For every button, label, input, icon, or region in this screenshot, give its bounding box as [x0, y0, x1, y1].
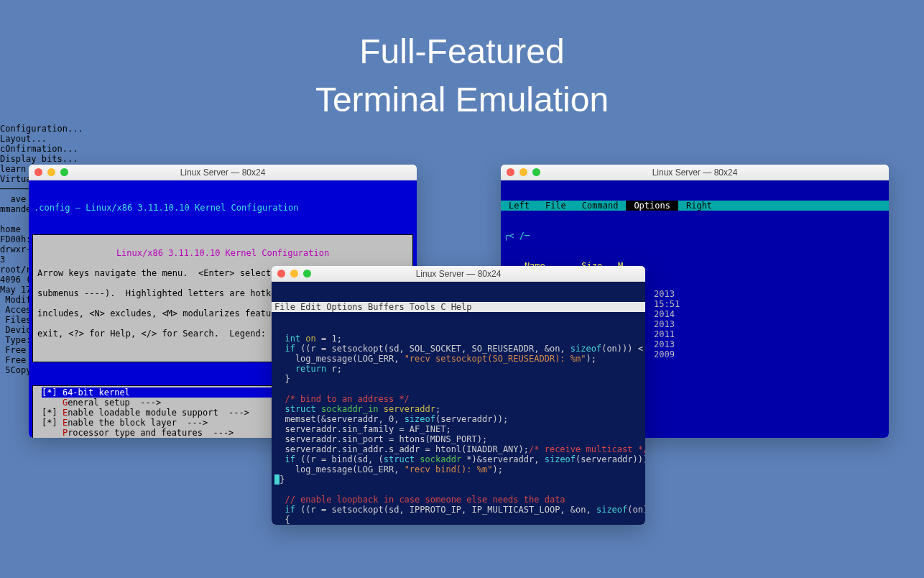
menu-right[interactable]: Right: [678, 201, 720, 211]
dropdown-item[interactable]: Display bits...: [0, 154, 924, 164]
code-line: serveraddr.sin_addr.s_addr = htonl(INADD…: [274, 444, 642, 454]
dropdown-item[interactable]: cOnfirmation...: [0, 144, 924, 154]
titlebar[interactable]: Linux Server — 80x24: [29, 165, 417, 180]
year-cell: 2011: [654, 329, 680, 339]
menu-command[interactable]: Command: [574, 201, 627, 211]
config-path: .config – Linux/x86 3.11.10.10 Kernel Co…: [31, 203, 415, 213]
code-line: memset(&serveraddr, 0, sizeof(serveraddr…: [274, 414, 642, 424]
titlebar[interactable]: Linux Server — 80x24: [272, 266, 645, 282]
zoom-icon[interactable]: [60, 168, 68, 176]
menu-left[interactable]: Left: [501, 201, 537, 211]
headline-line2: Terminal Emulation: [0, 75, 924, 124]
terminal-body[interactable]: File Edit Options Buffers Tools C Help i…: [272, 282, 645, 525]
year-cell: 2009: [654, 349, 680, 359]
code-line: serveraddr.sin_port = htons(MDNS_PORT);: [274, 434, 642, 444]
code-line: [274, 384, 642, 394]
year-cell: 2013: [654, 339, 680, 349]
window-title: Linux Server — 80x24: [416, 269, 502, 279]
code-line: }: [274, 374, 642, 384]
code-line: log_message(LOG_ERR, "recv bind(): %m");: [274, 464, 642, 474]
code-line: serveraddr.sin_family = AF_INET;: [274, 424, 642, 434]
code-line: if ((r = bind(sd, (struct sockaddr *)&se…: [274, 454, 642, 464]
year-cell: 2013: [654, 319, 680, 329]
config-title: Linux/x86 3.11.10.10 Kernel Configuratio…: [37, 248, 408, 258]
headline: Full-Featured Terminal Emulation: [0, 0, 924, 124]
close-icon[interactable]: [507, 168, 514, 176]
dropdown-item[interactable]: Configuration...: [0, 124, 924, 134]
titlebar[interactable]: Linux Server — 80x24: [501, 165, 889, 180]
emacs-menubar[interactable]: File Edit Options Buffers Tools C Help: [272, 302, 645, 312]
headline-line1: Full-Featured: [0, 27, 924, 75]
zoom-icon[interactable]: [303, 270, 311, 277]
mc-menubar[interactable]: LeftFileCommandOptionsRight: [501, 201, 889, 211]
menu-file[interactable]: File: [537, 201, 574, 211]
code-line: log_message(LOG_ERR, "recv setsockopt(SO…: [274, 354, 642, 364]
code-line: }: [274, 474, 642, 485]
close-icon[interactable]: [277, 270, 285, 277]
dropdown-item[interactable]: Layout...: [0, 134, 924, 144]
year-cell: 2014: [654, 309, 680, 319]
code-line: struct sockaddr_in serveraddr;: [274, 404, 642, 414]
window-emacs-editor: Linux Server — 80x24 File Edit Options B…: [272, 266, 645, 525]
code-line: {: [274, 515, 642, 525]
minimize-icon[interactable]: [290, 270, 298, 277]
code-line: int on = 1;: [274, 334, 642, 344]
year-column: 201315:5120142013201120132009: [654, 289, 680, 359]
year-cell: 15:51: [654, 299, 680, 309]
minimize-icon[interactable]: [47, 168, 55, 176]
minimize-icon[interactable]: [519, 168, 527, 176]
year-cell: 2013: [654, 289, 680, 299]
window-title: Linux Server — 80x24: [652, 168, 738, 178]
menu-options[interactable]: Options: [626, 201, 678, 211]
code-buffer[interactable]: int on = 1; if ((r = setsockopt(sd, SOL_…: [272, 332, 645, 525]
code-line: if ((r = setsockopt(sd, IPPROTO_IP, IP_M…: [274, 505, 642, 515]
window-title: Linux Server — 80x24: [180, 168, 266, 178]
code-line: // enable loopback in case someone else …: [274, 495, 642, 505]
zoom-icon[interactable]: [532, 168, 540, 176]
code-line: [274, 485, 642, 495]
code-line: return r;: [274, 364, 642, 374]
code-line: /* bind to an address */: [274, 394, 642, 404]
close-icon[interactable]: [34, 168, 42, 176]
code-line: if ((r = setsockopt(sd, SOL_SOCKET, SO_R…: [274, 344, 642, 354]
